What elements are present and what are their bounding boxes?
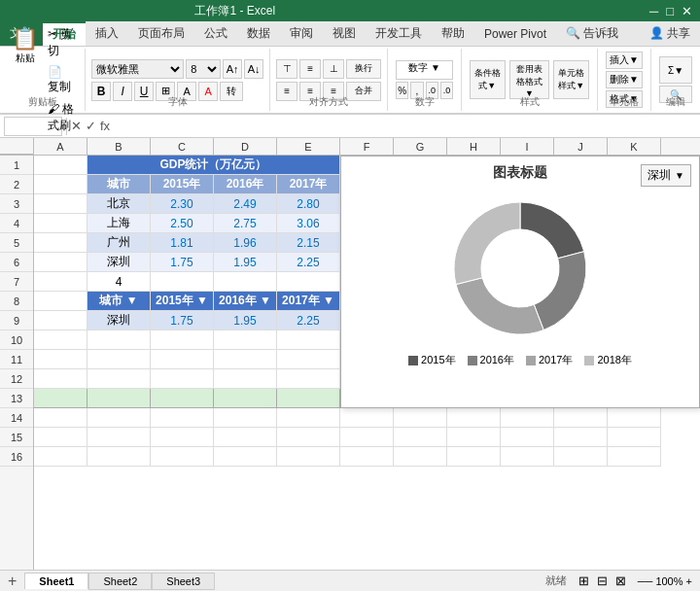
close-icon[interactable]: ✕ <box>682 4 692 18</box>
col-header-f[interactable]: F <box>340 138 394 155</box>
cut-button[interactable]: ✂ 剪切 <box>46 24 77 61</box>
cell-c5[interactable]: 1.81 <box>151 233 214 253</box>
autosum-button[interactable]: Σ▼ <box>659 56 692 84</box>
cell-b8[interactable]: 城市 ▼ <box>88 292 151 311</box>
cell-b3[interactable]: 北京 <box>88 194 151 214</box>
row-num-1[interactable]: 1 <box>0 156 33 175</box>
sheet-tab-sheet2[interactable]: Sheet2 <box>88 573 152 590</box>
sheet-tab-add[interactable]: + <box>0 571 24 592</box>
cell-a6[interactable] <box>34 253 88 272</box>
tab-dev[interactable]: 开发工具 <box>366 21 432 46</box>
decrease-font-button[interactable]: A↓ <box>244 59 263 79</box>
row-num-6[interactable]: 6 <box>0 253 33 272</box>
cell-c2[interactable]: 2015年 <box>151 175 214 194</box>
cell-a1[interactable] <box>34 156 88 175</box>
cell-b5[interactable]: 广州 <box>88 233 151 253</box>
col-header-k[interactable]: K <box>608 138 661 155</box>
cell-b6[interactable]: 深圳 <box>88 253 151 272</box>
tab-data[interactable]: 数据 <box>237 21 280 46</box>
col-header-j[interactable]: J <box>554 138 608 155</box>
col-header-g[interactable]: G <box>394 138 447 155</box>
font-size-select[interactable]: 8 <box>186 59 221 79</box>
col-header-e[interactable]: E <box>277 138 340 155</box>
cell-a3[interactable] <box>34 194 88 214</box>
copy-button[interactable]: 📄 复制 <box>46 63 77 97</box>
number-format-select[interactable]: 数字 ▼ <box>396 60 453 80</box>
align-bottom-button[interactable]: ⊥ <box>323 59 344 79</box>
cell-style-button[interactable]: 单元格样式▼ <box>553 60 589 99</box>
cell-d4[interactable]: 2.75 <box>214 214 277 233</box>
row-num-15[interactable]: 15 <box>0 428 33 447</box>
cell-b7[interactable]: 4 <box>88 272 151 292</box>
confirm-formula-icon[interactable]: ✓ <box>86 119 96 133</box>
tab-help[interactable]: 帮助 <box>432 21 474 46</box>
row-num-9[interactable]: 9 <box>0 311 33 330</box>
cell-c8[interactable]: 2015年 ▼ <box>151 292 214 311</box>
row-num-5[interactable]: 5 <box>0 233 33 253</box>
sheet-tab-sheet1[interactable]: Sheet1 <box>24 573 88 589</box>
col-header-a[interactable]: A <box>34 138 88 155</box>
view-layout-icon[interactable]: ⊟ <box>593 574 612 588</box>
chart-dropdown[interactable]: 深圳 ▼ <box>641 164 691 187</box>
row-num-16[interactable]: 16 <box>0 447 33 467</box>
minimize-icon[interactable]: ─ <box>649 4 658 18</box>
cell-d8[interactable]: 2016年 ▼ <box>214 292 277 311</box>
col-header-i[interactable]: I <box>501 138 554 155</box>
cell-insert-button[interactable]: 插入▼ <box>606 52 643 69</box>
view-normal-icon[interactable]: ⊞ <box>575 574 593 588</box>
row-num-13[interactable]: 13 <box>0 389 33 408</box>
row-num-3[interactable]: 3 <box>0 194 33 214</box>
tab-view[interactable]: 视图 <box>323 21 366 46</box>
view-page-icon[interactable]: ⊠ <box>612 574 630 588</box>
cell-d9[interactable]: 1.95 <box>214 311 277 330</box>
row-num-11[interactable]: 11 <box>0 350 33 369</box>
cell-a2[interactable] <box>34 175 88 194</box>
wrap-text-button[interactable]: 换行 <box>346 59 381 79</box>
cell-b9[interactable]: 深圳 <box>88 311 151 330</box>
cell-b2[interactable]: 城市 <box>88 175 151 194</box>
cell-e2[interactable]: 2017年 <box>277 175 340 194</box>
align-top-button[interactable]: ⊤ <box>276 59 298 79</box>
row-num-7[interactable]: 7 <box>0 272 33 292</box>
row-num-10[interactable]: 10 <box>0 330 33 350</box>
cell-a8[interactable] <box>34 292 88 311</box>
insert-function-icon[interactable]: fx <box>100 119 110 133</box>
tab-formula[interactable]: 公式 <box>194 21 237 46</box>
cell-d2[interactable]: 2016年 <box>214 175 277 194</box>
sheet-tab-sheet3[interactable]: Sheet3 <box>152 573 215 590</box>
cell-d6[interactable]: 1.95 <box>214 253 277 272</box>
table-format-button[interactable]: 套用表格格式▼ <box>509 60 550 99</box>
tab-review[interactable]: 审阅 <box>280 21 323 46</box>
cell-d7[interactable] <box>214 272 277 292</box>
cell-e9[interactable]: 2.25 <box>277 311 340 330</box>
cell-b1-merged[interactable]: GDP统计（万亿元） <box>88 156 340 175</box>
col-header-c[interactable]: C <box>151 138 214 155</box>
cell-b10[interactable] <box>88 330 151 350</box>
align-middle-button[interactable]: ≡ <box>299 59 321 79</box>
cell-b4[interactable]: 上海 <box>88 214 151 233</box>
formula-input[interactable] <box>114 117 696 136</box>
tab-insert[interactable]: 插入 <box>86 21 128 46</box>
cell-e7[interactable] <box>277 272 340 292</box>
paste-button[interactable]: 📋 粘贴 <box>8 24 42 67</box>
cell-c6[interactable]: 1.75 <box>151 253 214 272</box>
conditional-format-button[interactable]: 条件格式▼ <box>470 60 506 99</box>
cell-delete-button[interactable]: 删除▼ <box>606 71 643 88</box>
cell-c4[interactable]: 2.50 <box>151 214 214 233</box>
cell-a5[interactable] <box>34 233 88 253</box>
cell-e8[interactable]: 2017年 ▼ <box>277 292 340 311</box>
row-num-8[interactable]: 8 <box>0 292 33 311</box>
cell-e3[interactable]: 2.80 <box>277 194 340 214</box>
cell-c3[interactable]: 2.30 <box>151 194 214 214</box>
cell-c7[interactable] <box>151 272 214 292</box>
row-num-2[interactable]: 2 <box>0 175 33 194</box>
cell-a7[interactable] <box>34 272 88 292</box>
col-header-h[interactable]: H <box>447 138 501 155</box>
row-num-4[interactable]: 4 <box>0 214 33 233</box>
row-num-12[interactable]: 12 <box>0 369 33 389</box>
cell-a4[interactable] <box>34 214 88 233</box>
col-header-d[interactable]: D <box>214 138 277 155</box>
cell-e6[interactable]: 2.25 <box>277 253 340 272</box>
cell-c9[interactable]: 1.75 <box>151 311 214 330</box>
cell-d3[interactable]: 2.49 <box>214 194 277 214</box>
